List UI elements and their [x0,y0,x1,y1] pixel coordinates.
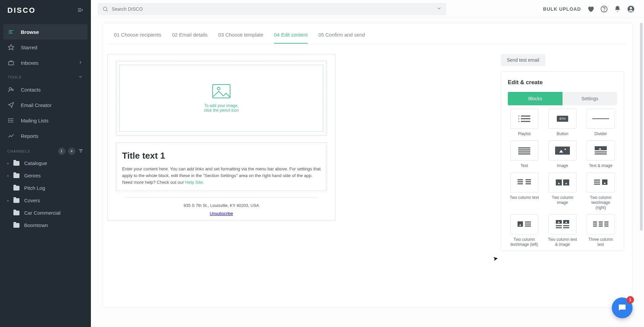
svg-rect-7 [9,62,14,65]
two-col-tai-icon [554,219,571,229]
chat-badge: 1 [627,296,634,304]
image-placeholder-icon [212,84,231,99]
collapse-sidebar-icon[interactable] [77,7,84,14]
block-two-col-text-and-image[interactable]: Two column text & image [546,214,579,247]
block-divider[interactable]: Divider [584,109,617,137]
sidebar-item-label: Starred [21,45,37,50]
footer-address: 835 S 7th St., Louisville, KY 40203, USA [116,203,327,208]
help-site-link[interactable]: Help Site [185,180,203,185]
block-image[interactable]: Image [546,141,579,168]
scrollbar[interactable] [640,23,643,231]
step-recipients[interactable]: 01 Choose recipients [114,32,161,44]
sidebar-item-starred[interactable]: Starred [0,40,91,55]
svg-marker-10 [9,103,14,108]
sidebar-item-browse[interactable]: Browse [3,24,88,40]
channel-pitch-log[interactable]: ▸ Pitch Log [0,182,91,194]
svg-point-9 [12,89,13,91]
bell-icon[interactable] [614,5,621,13]
block-text-image[interactable]: Text & image [584,141,617,168]
topbar: BULK UPLOAD [91,0,644,18]
email-preview[interactable]: To add your image, click the pencil icon… [107,54,335,220]
step-edit-content[interactable]: 04 Edit content [274,32,308,44]
svg-point-15 [9,120,9,121]
block-playlist[interactable]: Playlist [508,109,541,137]
block-two-col-text[interactable]: Two column text [508,172,541,210]
content: 01 Choose recipients 02 Email details 03… [91,18,644,327]
reports-icon [7,132,15,140]
channels-add-icon[interactable]: + [68,148,75,155]
browse-icon [7,28,15,36]
search-field[interactable] [108,6,436,12]
chevron-right-icon [78,60,84,65]
title-block[interactable]: Title text 1 Enter your content here. Yo… [116,142,327,191]
sidebar-item-email-creator[interactable]: Email Creator [0,97,91,113]
inbox-icon [7,59,15,66]
image-dropzone[interactable]: To add your image, click the pencil icon [119,65,323,132]
channel-catalogue[interactable]: ▸ Catalogue [0,157,91,169]
bulk-upload-link[interactable]: BULK UPLOAD [543,6,581,12]
account-icon[interactable] [627,5,635,13]
block-two-col-image[interactable]: Two column image [546,172,579,210]
folder-icon [13,198,19,203]
help-suffix: . [203,180,204,185]
block-button[interactable]: BTN Button [546,109,579,137]
chevron-right-icon: ▸ [7,199,11,202]
block-label: Button [557,131,569,137]
chevron-down-icon[interactable] [436,6,442,12]
sidebar-item-mailing-lists[interactable]: Mailing Lists [0,113,91,128]
svg-point-32 [519,121,520,122]
step-email-details[interactable]: 02 Email details [172,32,208,44]
block-label: Three column text [586,237,616,247]
block-label: Image [557,163,568,168]
svg-point-23 [604,11,604,11]
channels-info-icon[interactable]: i [58,148,65,155]
channel-genres[interactable]: ▸ Genres [0,169,91,182]
blocks-settings-segment: Blocks Settings [508,92,617,105]
wizard-card: 01 Choose recipients 02 Email details 03… [102,23,633,308]
footer-block[interactable]: 835 S 7th St., Louisville, KY 40203, USA… [116,198,327,220]
divider [125,198,318,198]
channel-label: Covers [24,198,40,203]
block-text[interactable]: Text [508,141,541,168]
block-label: Two column text [510,195,539,200]
block-two-col-text-image-right[interactable]: Two column text/image (right) [584,172,617,210]
two-col-ti-left-icon [516,220,532,228]
segment-settings[interactable]: Settings [562,92,617,105]
svg-line-21 [106,10,108,11]
chat-widget[interactable]: 1 [612,297,633,318]
section-title: TOOLS [7,75,21,79]
heart-icon[interactable] [587,5,594,13]
send-test-button[interactable]: Send test email [501,54,545,66]
sidebar-item-reports[interactable]: Reports [0,128,91,144]
svg-point-27 [217,87,220,90]
chevron-right-icon: ▸ [7,174,11,177]
channel-label: Catalogue [24,160,47,166]
send-icon [7,101,15,109]
channel-covers[interactable]: ▸ Covers [0,194,91,207]
main: BULK UPLOAD 01 Choose recipients [91,0,644,327]
channel-car-commercial[interactable]: ▸ Car Commercial [0,207,91,219]
chat-icon [617,303,627,313]
step-choose-template[interactable]: 03 Choose template [218,32,263,44]
block-two-col-text-image-left[interactable]: Two column text/image (left) [508,214,541,247]
help-icon[interactable] [600,5,608,13]
tools-header[interactable]: TOOLS [0,70,91,82]
folder-icon [13,186,19,190]
search-input[interactable] [98,3,446,15]
channel-label: Genres [24,173,41,178]
channel-label: Boomtown [24,222,48,228]
block-three-col-text[interactable]: Three column text [584,214,617,247]
channels-filter-icon[interactable] [78,148,84,154]
image-block[interactable]: To add your image, click the pencil icon [116,61,327,135]
sidebar-item-label: Mailing Lists [21,118,49,123]
channel-boomtown[interactable]: ▸ Boomtown [0,219,91,231]
button-icon: BTN [557,116,568,122]
panel-title: Edit & create [508,79,617,86]
segment-blocks[interactable]: Blocks [508,92,562,105]
svg-rect-26 [213,85,230,98]
svg-marker-6 [8,45,14,50]
step-confirm-send[interactable]: 05 Confirm and send [318,32,365,44]
unsubscribe-link[interactable]: Unsubscribe [210,211,233,216]
sidebar-item-contacts[interactable]: Contacts [0,82,91,97]
sidebar-item-inboxes[interactable]: Inboxes [0,55,91,70]
